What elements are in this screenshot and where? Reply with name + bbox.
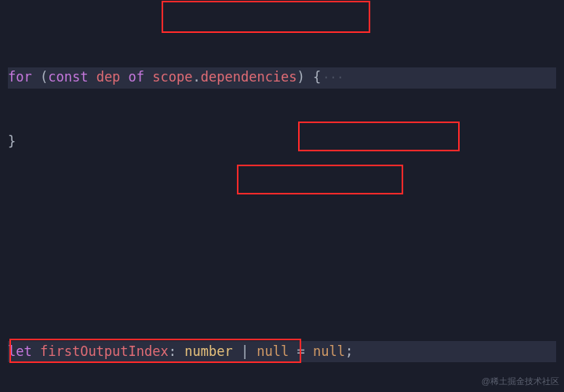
code-editor[interactable]: for (const dep of scope.dependencies) {·…	[0, 0, 564, 392]
fold-icon[interactable]: ···	[321, 71, 344, 85]
code-line: }	[8, 131, 556, 152]
watermark: @稀土掘金技术社区	[482, 375, 559, 389]
code-line: let firstOutputIndex: number | null = nu…	[8, 341, 556, 362]
code-line: for (const dep of scope.dependencies) {·…	[8, 67, 556, 89]
